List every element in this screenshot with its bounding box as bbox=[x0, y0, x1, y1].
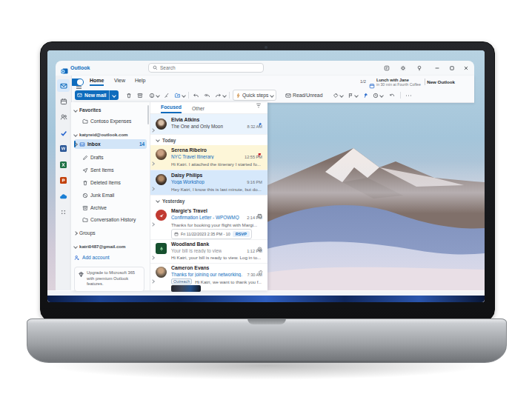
account-secondary[interactable]: katri0487@gmail.com bbox=[74, 241, 147, 251]
rail-word-icon[interactable] bbox=[57, 142, 70, 155]
image-attachment-thumbnail[interactable] bbox=[171, 285, 201, 292]
read-unread-button[interactable]: Read/Unread bbox=[285, 90, 323, 100]
reminder-banner[interactable]: Lunch with Jane in 30 min at Fourth Coff… bbox=[376, 78, 421, 87]
expand-icon[interactable] bbox=[151, 273, 154, 286]
folder-sent-items[interactable]: Sent Items bbox=[74, 165, 147, 175]
sender-name: Elvia Atkins bbox=[171, 117, 199, 122]
reminder-subtitle: in 30 min at Fourth Coffee bbox=[376, 82, 421, 87]
upgrade-card[interactable]: Upgrade to Microsoft 365 with premium Ou… bbox=[74, 267, 144, 292]
pin-icon[interactable] bbox=[362, 90, 369, 100]
reply-icon[interactable] bbox=[192, 90, 200, 100]
email-row-woodland-bank[interactable]: Woodland Bank Your bill is ready to view… bbox=[150, 240, 267, 264]
settings-gear-icon[interactable] bbox=[398, 63, 408, 73]
folder-junk-email[interactable]: Junk Email bbox=[74, 190, 147, 200]
archive-icon[interactable] bbox=[136, 90, 144, 100]
expand-icon[interactable] bbox=[151, 155, 154, 168]
rail-more-apps-icon[interactable] bbox=[57, 206, 70, 218]
new-mail-dropdown[interactable] bbox=[109, 90, 119, 100]
account-primary-label: katyreid@outlook.com bbox=[79, 132, 128, 137]
menu-row: Home View Help 1/2 Lunch with Jane in 30… bbox=[71, 76, 474, 89]
expand-icon[interactable] bbox=[151, 216, 154, 229]
notes-icon[interactable] bbox=[382, 63, 391, 73]
email-row-cameron-evans[interactable]: Cameron Evans Thanks for joining our net… bbox=[150, 264, 267, 290]
expand-icon[interactable] bbox=[151, 121, 154, 135]
tag-icon[interactable] bbox=[332, 90, 344, 100]
add-account-button[interactable]: Add account bbox=[74, 253, 147, 262]
tips-lightbulb-icon[interactable] bbox=[414, 63, 424, 73]
report-icon[interactable] bbox=[148, 90, 160, 100]
new-mail-button[interactable]: New mail bbox=[75, 90, 119, 100]
section-yesterday[interactable]: Yesterday bbox=[150, 196, 267, 206]
outreach-badge: Outreach bbox=[171, 278, 192, 284]
section-today[interactable]: Today bbox=[150, 135, 267, 145]
close-button[interactable] bbox=[461, 63, 471, 73]
rail-mail-icon[interactable] bbox=[57, 79, 70, 92]
groups-section[interactable]: Groups bbox=[74, 228, 147, 238]
filter-icon[interactable] bbox=[256, 98, 262, 113]
inbox-icon bbox=[79, 141, 85, 147]
rail-onedrive-icon[interactable] bbox=[57, 190, 70, 203]
subject: Your bill is ready to view bbox=[171, 248, 222, 253]
flag-icon[interactable] bbox=[347, 90, 359, 100]
tab-focused[interactable]: Focused bbox=[161, 104, 182, 113]
marketing-laptop-scene: Outlook Search Home View Help bbox=[0, 0, 532, 397]
minimize-button[interactable] bbox=[432, 63, 442, 73]
move-to-folder-icon[interactable] bbox=[173, 90, 186, 100]
rail-people-icon[interactable] bbox=[57, 110, 70, 123]
folder-conversation-history[interactable]: Conversation History bbox=[74, 215, 147, 224]
folder-label: Drafts bbox=[90, 155, 104, 160]
send-icon bbox=[82, 167, 88, 173]
preview: Hi Katri. I attached the itinerary I sta… bbox=[171, 161, 261, 167]
expand-icon[interactable] bbox=[151, 180, 154, 193]
email-row-elvia-atkins[interactable]: Elvia Atkins The One and Only Moon 8:32 … bbox=[150, 114, 267, 135]
rail-excel-icon[interactable] bbox=[57, 159, 70, 171]
undo-icon[interactable] bbox=[388, 90, 396, 100]
avatar bbox=[156, 119, 167, 130]
favorites-section[interactable]: Favorites bbox=[74, 105, 147, 115]
expand-icon[interactable] bbox=[151, 249, 154, 262]
rail-calendar-icon[interactable] bbox=[57, 95, 70, 107]
folder-archive[interactable]: Archive bbox=[74, 203, 147, 213]
email-row-daisy-philips[interactable]: Daisy Philips Yoga Workshop 9:16 PM Hey … bbox=[150, 170, 267, 196]
rail-powerpoint-icon[interactable] bbox=[57, 174, 70, 187]
reply-all-icon[interactable] bbox=[203, 90, 211, 100]
tree-logo-icon bbox=[159, 246, 164, 252]
rsvp-button[interactable]: RSVP bbox=[233, 231, 250, 237]
zap-icon bbox=[236, 93, 241, 99]
more-options-icon[interactable] bbox=[405, 90, 413, 100]
pencil-icon bbox=[82, 155, 88, 161]
preview: Hi Katri, we want to thank you f... bbox=[195, 279, 262, 284]
search-input[interactable]: Search bbox=[148, 63, 264, 73]
event-chip[interactable]: Fri 11/22/2023 2:35 PM - 10 RSVP bbox=[171, 229, 252, 239]
email-row-serena-ribeiro[interactable]: Serena Ribeiro NYC Travel Itinerary 12:5… bbox=[150, 145, 267, 170]
tab-help[interactable]: Help bbox=[135, 76, 145, 84]
app-title: Outlook bbox=[70, 65, 90, 70]
subject: Yoga Workshop bbox=[171, 179, 205, 184]
sender-name: Serena Ribeiro bbox=[171, 147, 207, 153]
email-row-margies-travel[interactable]: Margie's Travel Confirmation Letter - WP… bbox=[150, 206, 267, 240]
rail-todo-icon[interactable] bbox=[57, 127, 70, 139]
account-primary[interactable]: katyreid@outlook.com bbox=[74, 130, 147, 139]
folder-inbox[interactable]: Inbox 14 bbox=[74, 139, 147, 149]
maximize-button[interactable] bbox=[447, 63, 456, 73]
folder-contoso-expenses[interactable]: Contoso Expenses bbox=[74, 116, 147, 126]
sweep-icon[interactable] bbox=[163, 90, 170, 100]
subject: Thanks for joining our networking... bbox=[171, 272, 242, 277]
tab-home[interactable]: Home bbox=[90, 76, 104, 86]
timestamp: 8:32 AM bbox=[247, 124, 262, 129]
forward-icon[interactable] bbox=[214, 90, 227, 100]
section-label: Yesterday bbox=[162, 198, 184, 204]
folder-deleted-items[interactable]: Deleted Items bbox=[74, 178, 147, 187]
delete-icon[interactable] bbox=[125, 90, 133, 100]
divider bbox=[425, 79, 425, 85]
tab-other[interactable]: Other bbox=[192, 106, 205, 113]
folder-drafts[interactable]: Drafts bbox=[74, 153, 147, 162]
tab-view[interactable]: View bbox=[114, 76, 125, 84]
snooze-clock-icon[interactable] bbox=[372, 90, 384, 100]
avatar bbox=[156, 149, 167, 160]
toolbar: New mail Quick steps bbox=[71, 89, 474, 102]
quick-steps-group[interactable]: Quick steps bbox=[233, 90, 276, 101]
timestamp: 7:30 AM bbox=[247, 273, 262, 277]
archive-box-icon bbox=[82, 205, 88, 211]
folder-pane-scrollbar[interactable] bbox=[147, 105, 149, 124]
